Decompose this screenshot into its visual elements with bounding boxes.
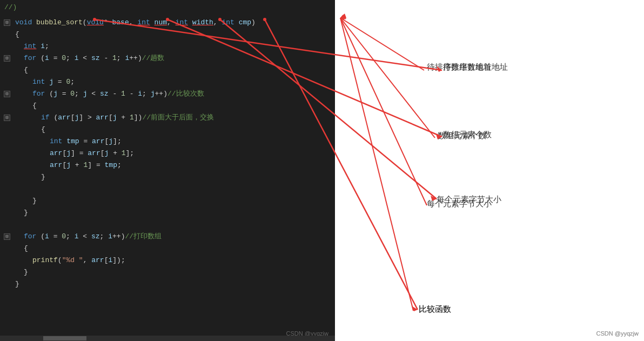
annotation-panel: 待排序数组首地址 数组元素个数 每个元素字节大小 比较函数 CSDN @yyqz… [335, 0, 644, 341]
collapse-1[interactable]: ⊟ [4, 19, 10, 26]
svg-marker-1 [340, 15, 345, 21]
line-content-10: { [15, 124, 331, 136]
line-content-7: for (j = 0; j < sz - 1 - i; j++)//比较次数 [15, 88, 331, 100]
code-line-12: arr[j] = arr[j + 1]; [0, 148, 335, 159]
line-content-23: } [15, 278, 331, 290]
code-scrollbar[interactable] [0, 336, 335, 341]
code-line-19: ⊟ for (i = 0; i < sz; i++)//打印数组 [0, 231, 335, 243]
code-line-21: printf("%d ", arr[i]); [0, 255, 335, 266]
svg-marker-5 [340, 14, 346, 19]
code-area: ⊟ void bubble_sort(void* base, int num, … [0, 12, 335, 295]
code-line-13: arr[j + 1] = tmp; [0, 159, 335, 171]
code-line-9: ⊟ if (arr[j] > arr[j + 1])//前面大于后面，交换 [0, 112, 335, 124]
line-content-3: int i; [15, 41, 331, 52]
code-panel: //) ⊟ void bubble_sort(void* base, int n… [0, 0, 335, 341]
top-comment: //) [0, 0, 335, 12]
line-content-5: { [15, 64, 331, 76]
code-line-8: { [0, 100, 335, 112]
line-content-14: } [15, 171, 331, 183]
line-content-6: int j = 0; [15, 76, 331, 88]
line-content-19: for (i = 0; i < sz; i++)//打印数组 [15, 231, 331, 243]
svg-marker-7 [340, 14, 346, 18]
line-content-20: { [15, 243, 331, 255]
code-line-4: ⊟ for (i = 0; i < sz - 1; i++)//趟数 [0, 52, 335, 64]
line-content-1: void bubble_sort(void* base, int num, in… [15, 17, 331, 29]
code-line-20: { [0, 243, 335, 255]
code-line-2: { [0, 29, 335, 41]
line-content-12: arr[j] = arr[j + 1]; [15, 148, 331, 159]
collapse-4[interactable]: ⊟ [4, 55, 10, 62]
collapse-19[interactable]: ⊟ [4, 233, 10, 240]
code-line-14: } [0, 171, 335, 183]
gutter-19: ⊟ [0, 233, 15, 240]
svg-line-4 [340, 18, 427, 205]
ann-label-1-abs: 待排序数组首地址 [443, 62, 508, 72]
code-line-6: int j = 0; [0, 76, 335, 88]
csdn-watermark-abs: CSDN @yyqzjw [596, 330, 639, 337]
main-container: //) ⊟ void bubble_sort(void* base, int n… [0, 0, 644, 341]
line-content-4: for (i = 0; i < sz - 1; i++)//趟数 [15, 52, 331, 64]
code-line-11: int tmp = arr[j]; [0, 136, 335, 148]
line-content-16: } [15, 195, 331, 207]
line-content-8: { [15, 100, 331, 112]
code-line-15 [0, 183, 335, 195]
line-content-22: } [15, 266, 331, 278]
svg-marker-3 [340, 15, 346, 19]
code-line-16: } [0, 195, 335, 207]
code-line-22: } [0, 266, 335, 278]
svg-line-6 [340, 18, 413, 311]
line-content-21: printf("%d ", arr[i]); [15, 255, 331, 266]
arrows-svg [335, 0, 644, 341]
gutter-1: ⊟ [0, 19, 15, 26]
line-content-9: if (arr[j] > arr[j + 1])//前面大于后面，交换 [15, 112, 331, 124]
ann-label-3-abs: 每个元素字节大小 [437, 195, 501, 205]
code-line-3: int i; [0, 41, 335, 52]
collapse-7[interactable]: ⊟ [4, 91, 10, 97]
line-content-13: arr[j + 1] = tmp; [15, 159, 331, 171]
code-line-10: { [0, 124, 335, 136]
code-line-1: ⊟ void bubble_sort(void* base, int num, … [0, 17, 335, 29]
code-line-23: } [0, 278, 335, 290]
gutter-7: ⊟ [0, 91, 15, 97]
line-content-17: } [15, 207, 331, 219]
scrollbar-thumb[interactable] [43, 336, 86, 340]
svg-line-2 [340, 18, 435, 138]
collapse-9[interactable]: ⊟ [4, 115, 10, 121]
gutter-4: ⊟ [0, 55, 15, 62]
code-line-7: ⊟ for (j = 0; j < sz - 1 - i; j++)//比较次数 [0, 88, 335, 100]
ann-label-4-abs: 比较函数 [419, 304, 451, 315]
line-content-2: { [15, 29, 331, 41]
ann-label-2-abs: 数组元素个数 [443, 130, 492, 140]
code-line-18 [0, 219, 335, 231]
gutter-9: ⊟ [0, 115, 15, 121]
line-content-11: int tmp = arr[j]; [15, 136, 331, 148]
code-line-5: { [0, 64, 335, 76]
code-line-17: } [0, 207, 335, 219]
svg-line-0 [340, 18, 424, 70]
